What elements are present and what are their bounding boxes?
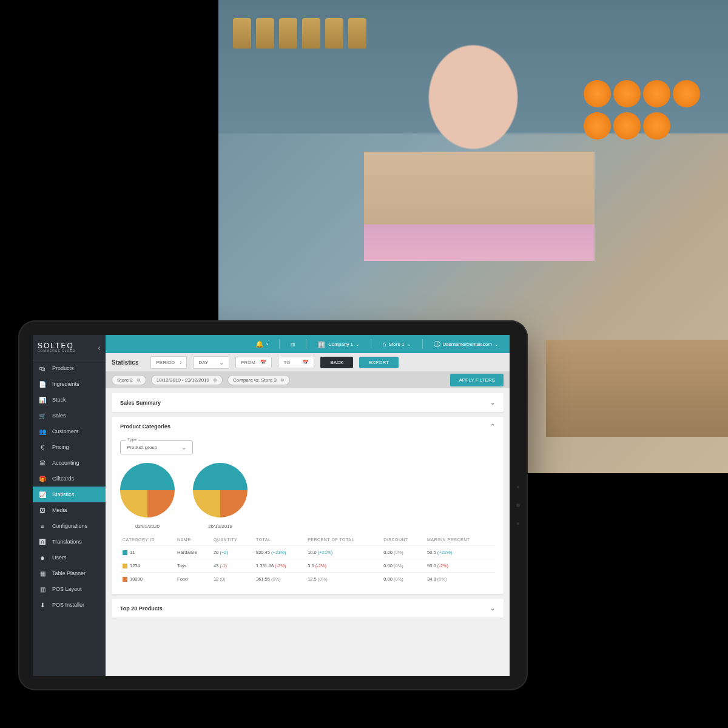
sidebar-item-sales[interactable]: 🛒Sales [33,408,106,423]
company-label: Company 1 [328,342,353,347]
sidebar-item-label: Configurations [52,523,87,529]
sidebar-item-giftcards[interactable]: 🎁Giftcards [33,471,106,487]
store-select[interactable]: ⌂ Store 1 ⌄ [379,340,414,348]
chip-bar: Store 2 ⊗ 18/12/2019 - 23/12/2019 ⊗ Comp… [106,371,510,388]
sidebar-nav: 🛍Products📄Ingredients📊Stock🛒Sales👥Custom… [33,360,106,613]
from-date-input[interactable]: FROM📅 [235,357,272,368]
pie-date-label: 26/12/2019 [193,524,248,529]
table-header: QUANTITY [211,534,254,546]
sidebar-item-products[interactable]: 🛍Products [33,360,106,376]
image-icon: 🖼 [39,507,46,514]
to-date-input[interactable]: TO📅 [278,357,314,368]
sidebar-item-accounting[interactable]: 🏛Accounting [33,455,106,471]
page-title: Statistics [112,359,138,366]
category-table: CATEGORY IDNAMEQUANTITYTOTALPERCENT OF T… [120,534,495,585]
table-header: TOTAL [254,534,305,546]
sidebar-item-label: Media [52,507,67,513]
sidebar-item-label: POS Layout [52,586,82,592]
sidebar-item-media[interactable]: 🖼Media [33,502,106,518]
sidebar-item-label: Giftcards [52,476,74,482]
sliders-icon: ≡ [39,522,46,530]
sidebar-item-configurations[interactable]: ≡Configurations [33,518,106,534]
panel-body: Type Product group ⌄ 02/01/2020 26 [112,436,504,594]
back-button[interactable]: BACK [320,357,353,368]
bars-icon: 📊 [39,396,46,403]
tablet-camera-icon [516,504,520,507]
table-row: 10000Food12 (0)361.55 (0%)12.5 (0%)0.00 … [120,573,495,586]
barcode-button[interactable]: ⧈ [287,340,298,348]
sidebar-item-pos-layout[interactable]: ▥POS Layout [33,581,106,597]
sidebar-header: SOLTEQ COMMERCE CLOUD ‹ [33,335,106,360]
period-select[interactable]: PERIOD› [150,356,187,369]
table-header: NAME [175,534,211,546]
chevron-up-icon: ⌃ [490,423,495,430]
sidebar-item-pos-installer[interactable]: ⬇POS Installer [33,597,106,613]
table-header: MARGIN PERCENT [425,534,495,546]
company-select[interactable]: 🏢 Company 1 ⌄ [314,340,363,348]
brand-tagline: COMMERCE CLOUD [38,349,76,352]
sidebar-item-translations[interactable]: 🅰Translations [33,534,106,550]
panel-header-sales-summary[interactable]: Sales Summary ⌄ [112,393,504,412]
calendar-icon: 📅 [260,360,266,365]
sidebar-item-pricing[interactable]: €Pricing [33,439,106,455]
chevron-down-icon: ⌄ [181,444,186,451]
filter-chip-daterange[interactable]: 18/12/2019 - 23/12/2019 ⊗ [151,375,223,385]
chart-icon: 📈 [39,491,46,498]
chevron-down-icon: ⌄ [407,342,411,347]
table-row: 1234Toys43 (-1)1 331.58 (-2%)3.5 (-2%)0.… [120,559,495,573]
pie-chart [193,463,248,517]
sidebar-item-label: Users [52,554,67,561]
euro-icon: € [39,443,46,451]
pie-chart-right: 26/12/2019 [193,463,248,529]
collapse-sidebar-button[interactable]: ‹ [98,343,101,352]
user-icon: ☻ [39,554,46,561]
sidebar-item-stock[interactable]: 📊Stock [33,392,106,408]
sidebar-item-table-planner[interactable]: ▦Table Planner [33,565,106,581]
notifications-button[interactable]: 🔔 3 [252,340,272,348]
content-scroll[interactable]: Sales Summary ⌄ Product Categories ⌃ Typ… [106,388,510,676]
cart-icon: 🛒 [39,412,46,419]
day-select[interactable]: DAY⌄ [193,356,229,369]
calendar-icon: 📅 [303,360,309,365]
field-label: Type [126,437,138,442]
sidebar-item-statistics[interactable]: 📈Statistics [33,487,106,502]
table-header: PERCENT OF TOTAL [305,534,381,546]
close-icon[interactable]: ⊗ [136,377,141,383]
type-select[interactable]: Type Product group ⌄ [120,440,193,454]
sidebar-item-label: Sales [52,413,66,419]
sidebar-item-ingredients[interactable]: 📄Ingredients [33,376,106,392]
color-swatch-icon [123,564,127,568]
table-icon: ▦ [39,570,46,577]
sidebar-item-label: Ingredients [52,381,79,387]
close-icon[interactable]: ⊗ [213,377,217,383]
close-icon[interactable]: ⊗ [280,377,285,383]
filter-chip-compare[interactable]: Compare to: Store 3 ⊗ [228,375,290,385]
panel-sales-summary: Sales Summary ⌄ [112,393,504,412]
sidebar-item-label: Table Planner [52,570,86,576]
chevron-down-icon: ⌄ [490,399,495,406]
sidebar-item-label: POS Installer [52,602,84,608]
people-icon: 👥 [39,428,46,435]
divider [279,339,280,349]
chevron-down-icon: ⌄ [356,342,360,347]
topbar: 🔔 3 ⧈ 🏢 Company 1 ⌄ ⌂ Store 1 ⌄ [106,335,510,353]
notification-badge: 3 [266,342,268,346]
export-button[interactable]: EXPORT [359,357,399,368]
layout-icon: ▥ [39,585,46,593]
pie-charts-row: 02/01/2020 26/12/2019 [120,463,495,529]
color-swatch-icon [123,577,127,582]
filter-chip-store[interactable]: Store 2 ⊗ [112,375,146,385]
store-label: Store 1 [389,342,405,347]
table-header: CATEGORY ID [120,534,175,546]
divider [422,339,423,349]
apply-filters-button[interactable]: APPLY FILTERS [450,374,504,386]
download-icon: ⬇ [39,601,46,608]
sidebar-item-users[interactable]: ☻Users [33,550,106,565]
user-email: Username@email.com [443,342,492,347]
panel-header-top-20[interactable]: Top 20 Products ⌄ [112,599,504,618]
panel-header-product-categories[interactable]: Product Categories ⌃ [112,417,504,436]
user-menu[interactable]: ⓘ Username@email.com ⌄ [430,340,502,349]
color-swatch-icon [123,550,127,555]
translate-icon: 🅰 [39,538,46,545]
sidebar-item-customers[interactable]: 👥Customers [33,423,106,439]
